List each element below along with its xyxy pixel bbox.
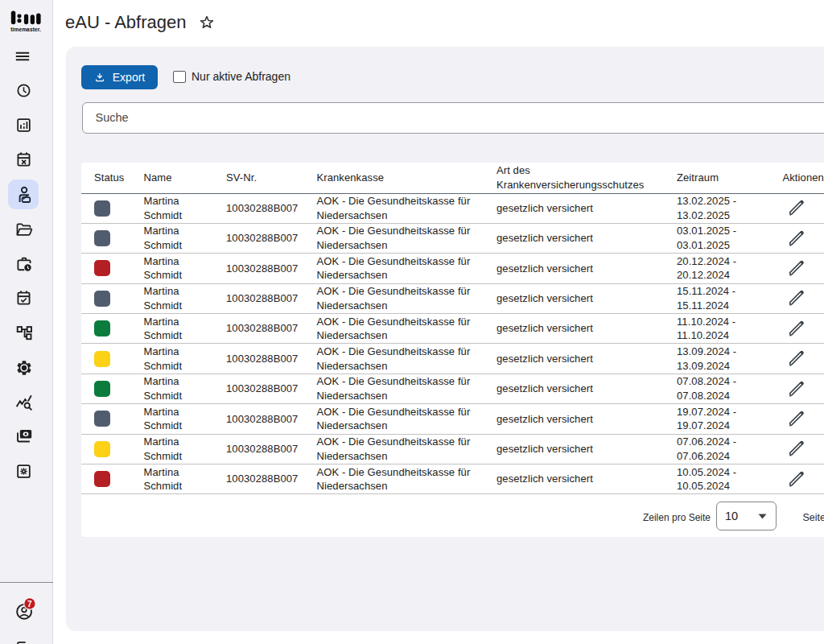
svg-text:timemaster.: timemaster. xyxy=(10,27,41,32)
svg-text:7: 7 xyxy=(27,600,32,609)
